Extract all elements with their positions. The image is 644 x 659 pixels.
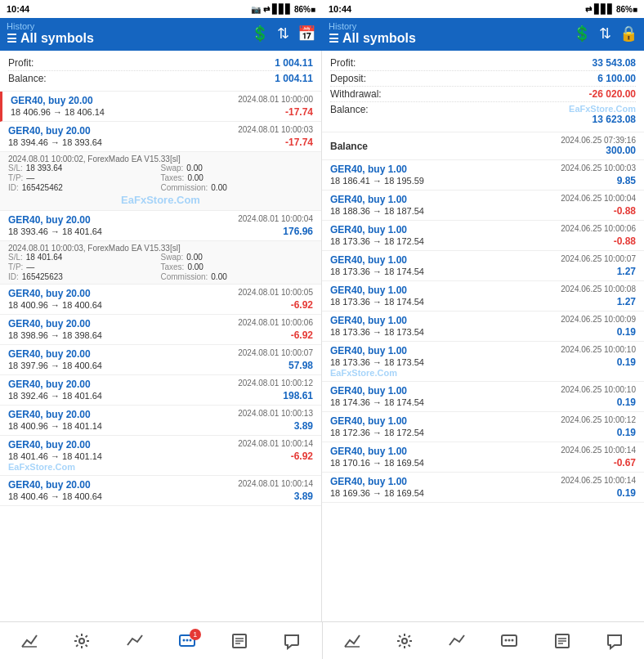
nav-trend-left[interactable] [126,632,144,650]
lock-icon-right[interactable]: 🔒 [619,25,637,43]
battery-right: 86%■ [616,5,637,14]
left-trade-2-tp: T/P: — [8,262,161,271]
right-symbol: ☰ All symbols [329,31,416,46]
right-title-group: History ☰ All symbols [329,21,416,46]
left-trade-2-id: ID: 165425623 [8,272,161,281]
left-trade-2-date: 2024.08.01 10:00:04 [238,214,313,223]
bottom-nav: 1 [0,621,644,659]
svg-point-11 [182,639,185,641]
left-trade-1-main: GER40, buy 20.00 2024.08.01 10:00:03 [8,125,313,137]
left-summary: Profit: 1 004.11 Balance: 1 004.11 [0,51,321,92]
right-header-top: History ☰ All symbols 💲 ⇅ 🔒 [329,21,637,46]
nav-chart-left[interactable] [20,632,38,650]
left-trade-1[interactable]: GER40, buy 20.00 2024.08.01 10:00:03 18 … [0,122,321,152]
left-trade-9[interactable]: GER40, buy 20.002024.08.01 10:00:14 18 4… [0,476,321,506]
nav-trend-right[interactable] [448,632,466,650]
left-menu-icon[interactable]: ☰ [7,32,17,45]
left-trade-4[interactable]: GER40, buy 20.002024.08.01 10:00:06 18 3… [0,315,321,345]
time-left: 10:44 [7,4,29,14]
currency-icon-left[interactable]: 💲 [251,25,269,43]
left-title-group: History ☰ All symbols [7,21,94,46]
left-header: History ☰ All symbols 💲 ⇅ 📅 [0,18,322,51]
left-trade-8[interactable]: GER40, buy 20.002024.08.01 10:00:14 18 4… [0,436,321,476]
right-deposit-row: Deposit: 6 100.00 [330,71,636,87]
left-trade-3[interactable]: GER40, buy 20.002024.08.01 10:00:05 18 4… [0,285,321,315]
left-trade-2[interactable]: GER40, buy 20.00 2024.08.01 10:00:04 18 … [0,211,321,241]
svg-line-7 [86,635,87,637]
left-trade-2-pnl: 176.96 [283,226,313,237]
nav-chart-right[interactable] [343,632,361,650]
right-watermark-summary: EaFxStore.Com [569,104,636,114]
right-deposit-value: 6 100.00 [597,73,636,84]
left-header-top: History ☰ All symbols 💲 ⇅ 📅 [7,21,315,46]
sync-icon-right: ⇄ [585,5,592,14]
right-menu-icon[interactable]: ☰ [329,32,339,45]
left-trade-1-swap: Swap: 0.00 [161,164,314,173]
left-panel: Profit: 1 004.11 Balance: 1 004.11 GER40… [0,51,322,621]
left-trade-1-source: 2024.08.01 10:00:02, ForexMado EA V15.33… [8,155,313,164]
headers: History ☰ All symbols 💲 ⇅ 📅 History ☰ Al… [0,18,644,51]
sort-icon-right[interactable]: ⇅ [599,25,611,43]
svg-point-17 [402,639,407,643]
svg-line-24 [409,635,410,637]
right-balance-row: Balance: EaFxStore.Com 13 623.08 [330,102,636,127]
nav-msg-right[interactable] [606,632,624,650]
svg-line-6 [86,644,87,646]
left-profit-row: Profit: 1 004.11 [8,56,313,71]
left-trade-2-main: GER40, buy 20.00 2024.08.01 10:00:04 [8,214,313,226]
right-trade-2[interactable]: GER40, buy 1.002024.06.25 10:00:06 18 17… [322,221,644,251]
right-balance-entry[interactable]: Balance 2024.06.25 07:39:16 300.00 [322,132,644,160]
sync-icon: ⇄ [263,5,270,14]
nav-news-left[interactable] [230,632,248,650]
left-trade-7[interactable]: GER40, buy 20.002024.08.01 10:00:13 18 4… [0,406,321,436]
left-trade-2-taxes: Taxes: 0.00 [161,262,314,271]
right-trade-10[interactable]: GER40, buy 1.002024.06.25 10:00:14 18 16… [322,473,644,503]
left-balance-label: Balance: [8,73,47,84]
right-balance-label: Balance: [330,104,369,125]
sort-icon-left[interactable]: ⇅ [277,25,289,43]
left-trade-1-range: 18 394.46 → 18 393.64 [8,137,102,147]
nav-news-right[interactable] [553,632,571,650]
right-trade-9[interactable]: GER40, buy 1.002024.06.25 10:00:14 18 17… [322,442,644,473]
left-trade-0[interactable]: GER40, buy 20.00 2024.08.01 10:00:00 18 … [0,92,321,122]
right-balance-value: 13 623.08 [593,114,636,125]
right-trade-3[interactable]: GER40, buy 1.002024.06.25 10:00:07 18 17… [322,251,644,281]
left-header-actions: 💲 ⇅ 📅 [251,25,315,43]
left-trade-5[interactable]: GER40, buy 20.002024.08.01 10:00:07 18 3… [0,345,321,375]
right-trade-0[interactable]: GER40, buy 1.002024.06.25 10:00:03 18 18… [322,160,644,191]
time-right: 10:44 [329,4,351,14]
nav-chat-left[interactable]: 1 [178,632,196,650]
right-balance-entry-right: 2024.06.25 07:39:16 300.00 [561,136,636,156]
currency-icon-right[interactable]: 💲 [573,25,591,43]
svg-point-0 [79,639,84,643]
nav-msg-left[interactable] [283,632,301,650]
left-trade-6[interactable]: GER40, buy 20.002024.08.01 10:00:12 18 3… [0,375,321,406]
right-header-actions: 💲 ⇅ 🔒 [573,25,637,43]
nav-chat-right[interactable] [500,632,518,650]
right-profit-row: Profit: 33 543.08 [330,56,636,71]
svg-line-23 [409,644,410,646]
left-trade-0-price: 18 406.96 → 18 406.14 -17.74 [11,106,313,118]
right-deposit-label: Deposit: [330,73,366,84]
calendar-icon-left[interactable]: 📅 [297,25,315,43]
left-history-label: History [7,21,94,31]
right-trade-6[interactable]: GER40, buy 1.002024.06.25 10:00:10 18 17… [322,342,644,382]
right-trade-4[interactable]: GER40, buy 1.002024.06.25 10:00:08 18 17… [322,281,644,312]
left-trade-1-detail: 2024.08.01 10:00:02, ForexMado EA V15.33… [0,152,321,211]
right-nav [323,622,645,659]
left-watermark-1: EaFxStore.Com [8,192,313,208]
right-trade-1[interactable]: GER40, buy 1.002024.06.25 10:00:04 18 18… [322,191,644,221]
left-balance-value: 1 004.11 [275,73,313,84]
status-icons-right: ⇄ ▋▋▋ 86%■ [585,4,637,15]
right-trade-8[interactable]: GER40, buy 1.002024.06.25 10:00:12 18 17… [322,412,644,442]
nav-settings-right[interactable] [396,632,414,650]
nav-settings-left[interactable] [73,632,91,650]
right-watermark-6: EaFxStore.Com [330,368,636,378]
right-trade-5[interactable]: GER40, buy 1.002024.06.25 10:00:09 18 17… [322,312,644,342]
right-trade-7[interactable]: GER40, buy 1.002024.06.25 10:00:10 18 17… [322,382,644,412]
right-history-label: History [329,21,416,31]
right-symbol-label: All symbols [342,31,416,46]
left-trade-2-detail-grid: S/L: 18 401.64 Swap: 0.00 T/P: — Taxes: … [8,253,313,281]
right-balance-entry-value: 300.00 [561,145,636,156]
left-trade-1-detail-grid: S/L: 18 393.64 Swap: 0.00 T/P: — Taxes: … [8,164,313,192]
